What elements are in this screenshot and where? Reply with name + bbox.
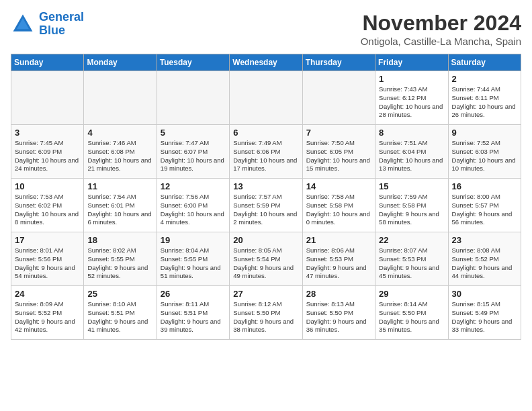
day-number: 20 bbox=[233, 235, 298, 245]
calendar-cell: 5Sunrise: 7:47 AMSunset: 6:07 PMDaylight… bbox=[157, 125, 229, 179]
day-info: Sunrise: 7:49 AMSunset: 6:06 PMDaylight:… bbox=[233, 139, 298, 173]
day-info: Sunrise: 8:11 AMSunset: 5:51 PMDaylight:… bbox=[161, 300, 226, 334]
day-info: Sunrise: 7:46 AMSunset: 6:08 PMDaylight:… bbox=[87, 139, 152, 173]
calendar-cell: 28Sunrise: 8:13 AMSunset: 5:50 PMDayligh… bbox=[302, 286, 375, 340]
day-info: Sunrise: 7:51 AMSunset: 6:04 PMDaylight:… bbox=[379, 139, 444, 173]
day-number: 16 bbox=[452, 181, 517, 191]
calendar-cell: 20Sunrise: 8:05 AMSunset: 5:54 PMDayligh… bbox=[230, 232, 302, 286]
day-number: 25 bbox=[87, 289, 152, 299]
day-number: 24 bbox=[15, 289, 80, 299]
weekday-header-row: SundayMondayTuesdayWednesdayThursdayFrid… bbox=[11, 54, 521, 71]
day-number: 14 bbox=[306, 181, 371, 191]
day-info: Sunrise: 8:08 AMSunset: 5:52 PMDaylight:… bbox=[452, 246, 517, 281]
day-number: 3 bbox=[15, 128, 80, 138]
calendar-week-row: 17Sunrise: 8:01 AMSunset: 5:56 PMDayligh… bbox=[11, 232, 521, 286]
calendar-cell: 16Sunrise: 8:00 AMSunset: 5:57 PMDayligh… bbox=[448, 179, 521, 232]
calendar-week-row: 1Sunrise: 7:43 AMSunset: 6:12 PMDaylight… bbox=[11, 71, 521, 125]
calendar-cell: 14Sunrise: 7:58 AMSunset: 5:58 PMDayligh… bbox=[302, 179, 375, 232]
day-info: Sunrise: 8:02 AMSunset: 5:55 PMDaylight:… bbox=[87, 246, 152, 281]
day-number: 29 bbox=[379, 289, 444, 299]
calendar-cell: 25Sunrise: 8:10 AMSunset: 5:51 PMDayligh… bbox=[84, 286, 157, 340]
calendar-table: SundayMondayTuesdayWednesdayThursdayFrid… bbox=[11, 54, 521, 340]
day-number: 22 bbox=[379, 235, 444, 245]
calendar-cell bbox=[11, 71, 84, 125]
logo-icon bbox=[11, 12, 35, 36]
day-info: Sunrise: 7:54 AMSunset: 6:01 PMDaylight:… bbox=[87, 193, 152, 227]
calendar-cell: 30Sunrise: 8:15 AMSunset: 5:49 PMDayligh… bbox=[448, 286, 521, 340]
logo-line1: General bbox=[39, 10, 84, 24]
weekday-header: Sunday bbox=[11, 54, 84, 71]
calendar-cell bbox=[230, 71, 302, 125]
day-info: Sunrise: 7:52 AMSunset: 6:03 PMDaylight:… bbox=[452, 139, 517, 173]
calendar-cell: 7Sunrise: 7:50 AMSunset: 6:05 PMDaylight… bbox=[302, 125, 375, 179]
weekday-header: Saturday bbox=[448, 54, 521, 71]
day-info: Sunrise: 7:44 AMSunset: 6:11 PMDaylight:… bbox=[452, 85, 517, 120]
calendar-cell: 27Sunrise: 8:12 AMSunset: 5:50 PMDayligh… bbox=[230, 286, 302, 340]
calendar-cell bbox=[302, 71, 375, 125]
day-number: 1 bbox=[379, 74, 444, 84]
calendar-cell: 22Sunrise: 8:07 AMSunset: 5:53 PMDayligh… bbox=[375, 232, 448, 286]
logo: General Blue bbox=[11, 11, 84, 38]
day-number: 9 bbox=[452, 128, 517, 138]
day-number: 2 bbox=[452, 74, 517, 84]
location-title: Ontigola, Castille-La Mancha, Spain bbox=[361, 36, 521, 47]
day-info: Sunrise: 7:59 AMSunset: 5:58 PMDaylight:… bbox=[379, 193, 444, 227]
day-info: Sunrise: 8:01 AMSunset: 5:56 PMDaylight:… bbox=[15, 246, 80, 281]
weekday-header: Monday bbox=[84, 54, 157, 71]
calendar-cell: 12Sunrise: 7:56 AMSunset: 6:00 PMDayligh… bbox=[157, 179, 229, 232]
weekday-header: Tuesday bbox=[157, 54, 229, 71]
day-info: Sunrise: 8:04 AMSunset: 5:55 PMDaylight:… bbox=[161, 246, 226, 281]
day-info: Sunrise: 8:14 AMSunset: 5:50 PMDaylight:… bbox=[379, 300, 444, 334]
day-number: 10 bbox=[15, 181, 80, 191]
calendar-cell: 21Sunrise: 8:06 AMSunset: 5:53 PMDayligh… bbox=[302, 232, 375, 286]
day-info: Sunrise: 8:10 AMSunset: 5:51 PMDaylight:… bbox=[87, 300, 152, 334]
calendar-cell: 4Sunrise: 7:46 AMSunset: 6:08 PMDaylight… bbox=[84, 125, 157, 179]
day-number: 28 bbox=[306, 289, 371, 299]
weekday-header: Friday bbox=[375, 54, 448, 71]
calendar-cell: 11Sunrise: 7:54 AMSunset: 6:01 PMDayligh… bbox=[84, 179, 157, 232]
day-number: 6 bbox=[233, 128, 298, 138]
day-info: Sunrise: 8:12 AMSunset: 5:50 PMDaylight:… bbox=[233, 300, 298, 334]
calendar-cell: 8Sunrise: 7:51 AMSunset: 6:04 PMDaylight… bbox=[375, 125, 448, 179]
calendar-week-row: 24Sunrise: 8:09 AMSunset: 5:52 PMDayligh… bbox=[11, 286, 521, 340]
month-title: November 2024 bbox=[361, 11, 521, 36]
day-number: 27 bbox=[233, 289, 298, 299]
day-info: Sunrise: 8:09 AMSunset: 5:52 PMDaylight:… bbox=[15, 300, 80, 334]
day-number: 18 bbox=[87, 235, 152, 245]
calendar-cell: 24Sunrise: 8:09 AMSunset: 5:52 PMDayligh… bbox=[11, 286, 84, 340]
calendar-cell bbox=[157, 71, 229, 125]
day-number: 19 bbox=[161, 235, 226, 245]
day-number: 12 bbox=[161, 181, 226, 191]
day-info: Sunrise: 7:53 AMSunset: 6:02 PMDaylight:… bbox=[15, 193, 80, 227]
logo-line2: Blue bbox=[39, 24, 65, 37]
day-number: 7 bbox=[306, 128, 371, 138]
weekday-header: Wednesday bbox=[230, 54, 302, 71]
calendar-cell: 9Sunrise: 7:52 AMSunset: 6:03 PMDaylight… bbox=[448, 125, 521, 179]
day-info: Sunrise: 8:15 AMSunset: 5:49 PMDaylight:… bbox=[452, 300, 517, 334]
day-info: Sunrise: 8:06 AMSunset: 5:53 PMDaylight:… bbox=[306, 246, 371, 281]
day-info: Sunrise: 8:07 AMSunset: 5:53 PMDaylight:… bbox=[379, 246, 444, 281]
day-info: Sunrise: 8:00 AMSunset: 5:57 PMDaylight:… bbox=[452, 193, 517, 227]
day-info: Sunrise: 7:43 AMSunset: 6:12 PMDaylight:… bbox=[379, 85, 444, 120]
logo-text: General Blue bbox=[39, 11, 84, 38]
calendar-cell: 26Sunrise: 8:11 AMSunset: 5:51 PMDayligh… bbox=[157, 286, 229, 340]
calendar-cell: 1Sunrise: 7:43 AMSunset: 6:12 PMDaylight… bbox=[375, 71, 448, 125]
calendar-cell: 17Sunrise: 8:01 AMSunset: 5:56 PMDayligh… bbox=[11, 232, 84, 286]
day-info: Sunrise: 7:50 AMSunset: 6:05 PMDaylight:… bbox=[306, 139, 371, 173]
day-number: 17 bbox=[15, 235, 80, 245]
header: General Blue November 2024 Ontigola, Cas… bbox=[11, 11, 521, 47]
day-number: 13 bbox=[233, 181, 298, 191]
day-info: Sunrise: 7:45 AMSunset: 6:09 PMDaylight:… bbox=[15, 139, 80, 173]
day-info: Sunrise: 7:57 AMSunset: 5:59 PMDaylight:… bbox=[233, 193, 298, 227]
calendar-week-row: 10Sunrise: 7:53 AMSunset: 6:02 PMDayligh… bbox=[11, 179, 521, 232]
day-number: 15 bbox=[379, 181, 444, 191]
calendar-cell: 2Sunrise: 7:44 AMSunset: 6:11 PMDaylight… bbox=[448, 71, 521, 125]
calendar-cell: 18Sunrise: 8:02 AMSunset: 5:55 PMDayligh… bbox=[84, 232, 157, 286]
weekday-header: Thursday bbox=[302, 54, 375, 71]
day-number: 23 bbox=[452, 235, 517, 245]
day-info: Sunrise: 7:58 AMSunset: 5:58 PMDaylight:… bbox=[306, 193, 371, 227]
day-info: Sunrise: 7:56 AMSunset: 6:00 PMDaylight:… bbox=[161, 193, 226, 227]
calendar-cell bbox=[84, 71, 157, 125]
day-number: 8 bbox=[379, 128, 444, 138]
day-info: Sunrise: 8:05 AMSunset: 5:54 PMDaylight:… bbox=[233, 246, 298, 281]
